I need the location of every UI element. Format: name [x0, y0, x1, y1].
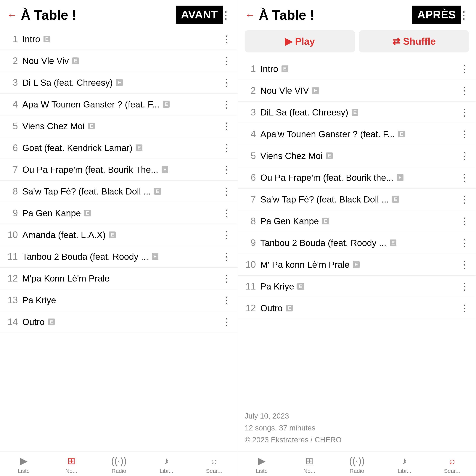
track-more-button[interactable]: ⋮ — [221, 77, 231, 88]
track-number: 12 — [7, 273, 18, 284]
track-title[interactable]: OutroE — [260, 303, 455, 313]
nav-label: Sear... — [444, 468, 460, 474]
explicit-badge: E — [163, 101, 170, 108]
track-more-button[interactable]: ⋮ — [221, 316, 231, 327]
before-header: ← À Table ! AVANT ⋮ — [0, 0, 238, 26]
nav-item[interactable]: ♪Libr... — [381, 455, 428, 474]
track-number: 5 — [7, 121, 18, 132]
track-title[interactable]: Viens Chez MoiE — [260, 151, 455, 161]
track-title[interactable]: Ou Pa Frape'm (feat. Bourik The...E — [22, 165, 217, 175]
track-title[interactable]: Nou Vle VIVE — [260, 85, 455, 96]
track-more-button[interactable]: ⋮ — [459, 237, 469, 248]
track-number: 7 — [7, 164, 18, 175]
track-more-button[interactable]: ⋮ — [221, 207, 231, 219]
track-title[interactable]: Pa Gen KanpeE — [22, 208, 217, 218]
track-row: 13Pa Kriye⋮ — [0, 289, 238, 311]
track-more-button[interactable]: ⋮ — [221, 99, 231, 110]
track-title[interactable]: Pa KriyeE — [260, 281, 455, 291]
track-row: 12OutroE⋮ — [238, 297, 476, 319]
before-bottom-nav: ▶Liste⊞No...((·))Radio♪Libr...⌕Sear... — [0, 451, 238, 476]
track-more-button[interactable]: ⋮ — [459, 85, 469, 96]
track-title[interactable]: Pa Kriye — [22, 295, 217, 305]
explicit-badge: E — [326, 153, 333, 159]
nav-label: Liste — [256, 468, 268, 474]
track-more-button[interactable]: ⋮ — [459, 150, 469, 161]
track-row: 9Pa Gen KanpeE⋮ — [0, 202, 238, 224]
track-count: 12 songs, 37 minutes — [245, 422, 469, 434]
track-title[interactable]: M' Pa konn Lè'm PraleE — [260, 260, 455, 270]
track-more-button[interactable]: ⋮ — [459, 259, 469, 270]
explicit-badge: E — [282, 66, 288, 72]
track-more-button[interactable]: ⋮ — [459, 194, 469, 205]
nav-icon: ⌕ — [211, 455, 217, 466]
nav-item[interactable]: ▶Liste — [0, 455, 48, 474]
nav-label: No... — [304, 468, 315, 474]
track-more-button[interactable]: ⋮ — [459, 281, 469, 292]
after-back-button[interactable]: ← — [245, 10, 255, 20]
track-more-button[interactable]: ⋮ — [221, 186, 231, 197]
track-row: 9Tanbou 2 Bouda (feat. Roody ...E⋮ — [238, 232, 476, 254]
track-title[interactable]: Tanbou 2 Bouda (feat. Roody ...E — [22, 252, 217, 262]
nav-item[interactable]: ▶Liste — [238, 455, 286, 474]
track-number: 9 — [7, 208, 18, 219]
track-more-button[interactable]: ⋮ — [459, 63, 469, 74]
track-title[interactable]: Viens Chez MoiE — [22, 121, 217, 131]
track-number: 3 — [245, 107, 256, 118]
track-more-button[interactable]: ⋮ — [459, 172, 469, 183]
nav-item[interactable]: ♪Libr... — [143, 455, 190, 474]
track-row: 7Sa'w Tap Fè? (feat. Black Doll ...E⋮ — [238, 188, 476, 210]
track-more-button[interactable]: ⋮ — [221, 273, 231, 284]
track-title[interactable]: Sa'w Tap Fè? (feat. Black Doll ...E — [260, 194, 455, 204]
explicit-badge: E — [312, 87, 319, 94]
track-title[interactable]: M'pa Konn Lè'm Prale — [22, 273, 217, 284]
back-button[interactable]: ← — [7, 10, 17, 20]
track-more-button[interactable]: ⋮ — [221, 229, 231, 240]
track-title[interactable]: Amanda (feat. L.A.X)E — [22, 230, 217, 240]
track-row: 1IntroE⋮ — [0, 28, 238, 50]
track-more-button[interactable]: ⋮ — [221, 251, 231, 262]
track-more-button[interactable]: ⋮ — [459, 128, 469, 140]
track-more-button[interactable]: ⋮ — [221, 120, 231, 132]
nav-item[interactable]: ⌕Sear... — [190, 455, 238, 474]
track-title[interactable]: Pa Gen KanpeE — [260, 216, 455, 226]
nav-item[interactable]: ⊞No... — [286, 455, 333, 474]
track-more-button[interactable]: ⋮ — [221, 294, 231, 306]
nav-label: Libr... — [160, 468, 173, 474]
track-number: 1 — [245, 63, 256, 74]
explicit-badge: E — [353, 261, 360, 268]
track-row: 5Viens Chez MoiE⋮ — [238, 145, 476, 167]
track-title[interactable]: Goat (feat. Kendrick Lamar)E — [22, 143, 217, 153]
track-title[interactable]: Apa'w Tounen Ganster ? (feat. F...E — [260, 129, 455, 139]
explicit-badge: E — [48, 319, 55, 325]
track-title[interactable]: DiL Sa (feat. Chreesy)E — [260, 107, 455, 118]
track-title[interactable]: OutroE — [22, 317, 217, 327]
track-more-button[interactable]: ⋮ — [221, 164, 231, 175]
track-more-button[interactable]: ⋮ — [221, 142, 231, 153]
nav-item[interactable]: ((·))Radio — [95, 455, 143, 474]
track-title[interactable]: Sa'w Tap Fè? (feat. Black Doll ...E — [22, 186, 217, 197]
footer-info: July 10, 2023 12 songs, 37 minutes © 202… — [238, 404, 476, 451]
track-more-button[interactable]: ⋮ — [459, 216, 469, 227]
nav-item[interactable]: ⊞No... — [48, 455, 95, 474]
track-number: 4 — [7, 99, 18, 110]
nav-item[interactable]: ⌕Sear... — [428, 455, 476, 474]
track-title[interactable]: Nou Vle VivE — [22, 56, 217, 66]
track-more-button[interactable]: ⋮ — [459, 107, 469, 118]
track-title[interactable]: IntroE — [22, 34, 217, 44]
track-title[interactable]: Ou Pa Frape'm (feat. Bourik the...E — [260, 172, 455, 183]
track-title[interactable]: IntroE — [260, 64, 455, 74]
track-number: 2 — [7, 55, 18, 66]
track-title[interactable]: Apa W Tounen Ganster ? (feat. F...E — [22, 99, 217, 110]
track-more-button[interactable]: ⋮ — [221, 34, 231, 45]
track-row: 2Nou Vle VIVE⋮ — [238, 80, 476, 102]
nav-icon: ♪ — [402, 455, 407, 466]
shuffle-button[interactable]: ⇄ Shuffle — [359, 30, 469, 52]
track-title[interactable]: Tanbou 2 Bouda (feat. Roody ...E — [260, 238, 455, 248]
track-row: 8Sa'w Tap Fè? (feat. Black Doll ...E⋮ — [0, 181, 238, 202]
explicit-badge: E — [390, 239, 396, 246]
track-more-button[interactable]: ⋮ — [459, 303, 469, 314]
track-title[interactable]: Di L Sa (feat. Chreesy)E — [22, 78, 217, 88]
play-button[interactable]: ▶ Play — [245, 30, 355, 52]
nav-item[interactable]: ((·))Radio — [333, 455, 381, 474]
track-more-button[interactable]: ⋮ — [221, 55, 231, 66]
